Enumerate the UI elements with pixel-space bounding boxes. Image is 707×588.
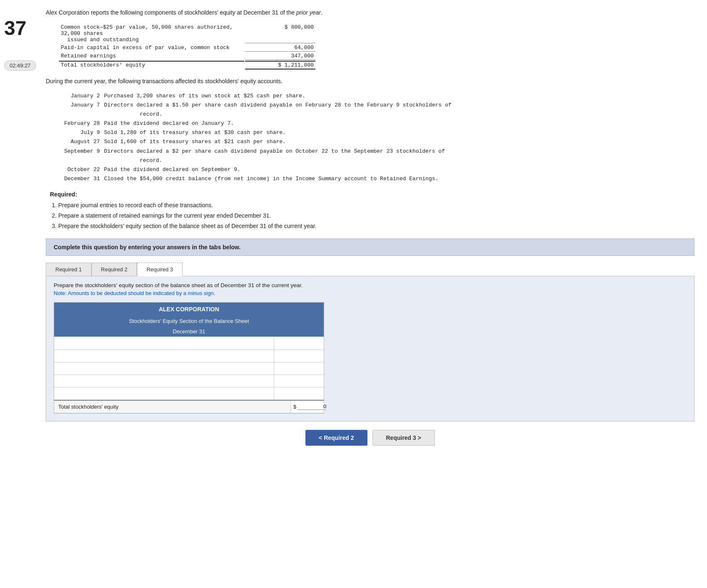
equity-row-2: Paid-in capital in excess of par value, …	[59, 44, 315, 52]
tab3-instruction: Prepare the stockholders' equity section…	[54, 282, 687, 288]
required-item-2: Prepare a statement of retained earnings…	[58, 211, 695, 221]
required-title: Required:	[50, 191, 695, 198]
bs-total-input[interactable]	[297, 403, 326, 410]
bs-input-row-4[interactable]	[54, 375, 324, 387]
transaction-row-8: December 31 Closed the $54,000 credit ba…	[54, 174, 695, 184]
bs-input-row-5[interactable]	[54, 387, 324, 400]
equity-row-3: Retained earnings 347,000	[59, 52, 315, 60]
bs-total-row: Total stockholders' equity $	[54, 400, 324, 413]
t-date-1: January 2	[54, 92, 104, 101]
equity-label-3: Retained earnings	[59, 52, 244, 60]
required-list: Prepare journal entries to record each o…	[58, 200, 695, 232]
bs-label-input-1[interactable]	[58, 340, 270, 347]
bs-right-input-5[interactable]	[274, 387, 324, 399]
prev-button-label: Required 2	[324, 434, 354, 441]
timer-badge: 02:49:27	[4, 60, 36, 71]
equity-value-3: 347,000	[245, 52, 315, 60]
required-section: Required: Prepare journal entries to rec…	[50, 191, 695, 232]
tabs-row[interactable]: Required 1 Required 2 Required 3	[46, 263, 695, 276]
bottom-nav: Required 2 Required 3	[46, 430, 695, 446]
bs-right-input-4[interactable]	[274, 375, 324, 387]
equity-total-value: $ 1,211,000	[245, 61, 315, 69]
bs-value-input-3[interactable]	[277, 365, 321, 372]
transactions-section: January 2 Purchased 3,200 shares of its …	[54, 92, 695, 184]
transaction-row-6: September 9 Directors declared a $2 per …	[54, 147, 695, 165]
bs-dollar-sign: $	[293, 404, 296, 410]
complete-instruction-text: Complete this question by entering your …	[54, 244, 241, 251]
bs-value-input-5[interactable]	[277, 390, 321, 397]
required-item-3: Prepare the stockholders' equity section…	[58, 221, 695, 231]
t-desc-7: Paid the dividend declared on September …	[104, 165, 695, 174]
tab3-content: Prepare the stockholders' equity section…	[46, 276, 695, 422]
t-desc-6: Directors declared a $2 per share cash d…	[104, 147, 695, 165]
next-button-label: Required 3	[386, 434, 416, 441]
t-date-3: February 28	[54, 119, 104, 128]
t-date-4: July 9	[54, 128, 104, 137]
transaction-row-1: January 2 Purchased 3,200 shares of its …	[54, 92, 695, 101]
equity-label-1: Common stock—$25 par value, 50,000 share…	[59, 24, 244, 43]
required-item-1: Prepare journal entries to record each o…	[58, 200, 695, 211]
bs-label-input-3[interactable]	[58, 365, 270, 372]
t-date-7: October 22	[54, 165, 104, 174]
bs-right-input-1[interactable]	[274, 337, 324, 350]
tab-required-3[interactable]: Required 3	[137, 263, 183, 276]
equity-label-2: Paid-in capital in excess of par value, …	[59, 44, 244, 52]
transaction-row-4: July 9 Sold 1,280 of its treasury shares…	[54, 128, 695, 137]
bs-label-input-2[interactable]	[58, 353, 270, 359]
tab3-note: Note: Amounts to be deducted should be i…	[54, 290, 687, 296]
bs-total-value-cell[interactable]: $	[290, 401, 324, 413]
prev-button[interactable]: Required 2	[305, 430, 367, 446]
equity-value-2: 64,000	[245, 44, 315, 52]
bs-date-label: December 31	[54, 326, 324, 337]
bs-total-label: Total stockholders' equity	[54, 401, 290, 413]
prev-arrow-icon	[319, 434, 324, 441]
problem-number: 37	[4, 17, 26, 40]
t-date-6: September 9	[54, 147, 104, 165]
complete-instruction-box: Complete this question by entering your …	[46, 238, 695, 256]
bs-right-input-2[interactable]	[274, 350, 324, 362]
bs-input-row-1[interactable]	[54, 337, 324, 350]
t-date-8: December 31	[54, 174, 104, 184]
bs-label-cell-3[interactable]	[54, 362, 274, 375]
intro-paragraph: Alex Corporation reports the following c…	[46, 8, 695, 17]
bs-label-cell-4[interactable]	[54, 375, 274, 387]
bs-label-input-4[interactable]	[58, 378, 270, 384]
intro-italic: prior year	[296, 9, 321, 16]
equity-value-1: $ 800,000	[245, 24, 315, 43]
tab-required-1[interactable]: Required 1	[46, 263, 92, 276]
bs-section-title: Stockholders' Equity Section of the Bala…	[54, 316, 324, 326]
t-desc-3: Paid the dividend declared on January 7.	[104, 119, 695, 128]
equity-row-1: Common stock—$25 par value, 50,000 share…	[59, 24, 315, 43]
t-desc-8: Closed the $54,000 credit balance (from …	[104, 174, 695, 184]
t-desc-5: Sold 1,600 of its treasury shares at $21…	[104, 137, 695, 146]
bs-value-input-2[interactable]	[277, 353, 321, 359]
current-year-text: During the current year, the following t…	[46, 77, 695, 86]
t-desc-4: Sold 1,280 of its treasury shares at $30…	[104, 128, 695, 137]
bs-label-cell-2[interactable]	[54, 350, 274, 362]
bs-value-input-4[interactable]	[277, 378, 321, 384]
bs-input-row-2[interactable]	[54, 350, 324, 362]
bs-right-input-3[interactable]	[274, 362, 324, 375]
t-date-5: August 27	[54, 137, 104, 146]
next-button[interactable]: Required 3	[372, 430, 435, 446]
bs-value-input-1[interactable]	[277, 340, 321, 347]
next-arrow-icon	[418, 434, 421, 441]
bs-label-cell-5[interactable]	[54, 387, 274, 399]
bs-company-name: ALEX CORPORATION	[54, 303, 324, 316]
transaction-row-2: January 7 Directors declared a $1.50 per…	[54, 101, 695, 119]
t-desc-2: Directors declared a $1.50 per share cas…	[104, 101, 695, 119]
transaction-row-7: October 22 Paid the dividend declared on…	[54, 165, 695, 174]
equity-total-row: Total stockholders' equity $ 1,211,000	[59, 61, 315, 69]
bs-label-input-5[interactable]	[58, 390, 270, 397]
t-date-2: January 7	[54, 101, 104, 119]
transaction-row-3: February 28 Paid the dividend declared o…	[54, 119, 695, 128]
balance-sheet-table: ALEX CORPORATION Stockholders' Equity Se…	[54, 302, 324, 414]
tab-required-2[interactable]: Required 2	[92, 263, 137, 276]
equity-table: Common stock—$25 par value, 50,000 share…	[58, 23, 316, 70]
equity-total-label: Total stockholders' equity	[59, 61, 244, 69]
transaction-row-5: August 27 Sold 1,600 of its treasury sha…	[54, 137, 695, 146]
bs-label-cell-1[interactable]	[54, 337, 274, 350]
bs-input-row-3[interactable]	[54, 362, 324, 375]
t-desc-1: Purchased 3,200 shares of its own stock …	[104, 92, 695, 101]
